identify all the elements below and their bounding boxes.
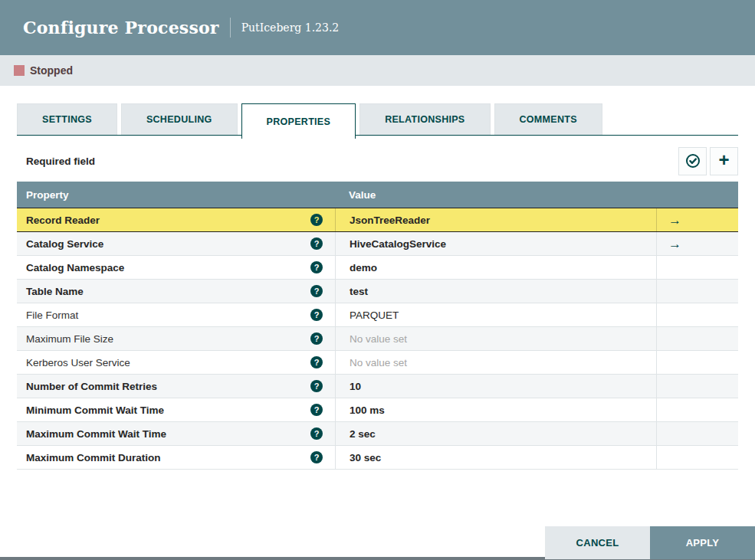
help-icon[interactable]: ?: [310, 404, 323, 416]
property-name: Record Reader: [26, 215, 310, 226]
footer-buttons: CANCEL APPLY: [545, 526, 755, 559]
properties-table: Property Value Record Reader?JsonTreeRea…: [17, 182, 738, 470]
cancel-button[interactable]: CANCEL: [545, 526, 650, 559]
table-row[interactable]: Maximum Commit Duration?30 sec: [17, 446, 738, 470]
property-value[interactable]: test: [350, 286, 368, 297]
property-name: Catalog Namespace: [26, 262, 310, 273]
help-icon[interactable]: ?: [310, 214, 323, 226]
help-icon[interactable]: ?: [310, 451, 323, 463]
property-name: Maximum File Size: [26, 333, 310, 345]
property-value[interactable]: JsonTreeReader: [350, 215, 430, 226]
property-name: Catalog Service: [26, 238, 310, 250]
property-name: File Format: [26, 309, 310, 321]
property-value[interactable]: 100 ms: [350, 404, 385, 416]
help-icon[interactable]: ?: [310, 427, 323, 440]
table-row[interactable]: Maximum Commit Wait Time?2 sec: [17, 422, 738, 446]
plus-icon: +: [718, 151, 729, 169]
property-name: Minimum Commit Wait Time: [26, 404, 310, 416]
status-label: Stopped: [30, 64, 73, 77]
properties-toolbar: Required field +: [17, 146, 738, 175]
dialog-title: Configure Processor: [23, 18, 219, 38]
table-header-row: Property Value: [17, 182, 738, 208]
help-icon[interactable]: ?: [310, 332, 323, 345]
table-row[interactable]: Kerberos User Service?No value set: [17, 351, 738, 375]
property-value[interactable]: 10: [350, 381, 361, 392]
property-value-unset[interactable]: No value set: [350, 333, 407, 345]
table-row[interactable]: File Format?PARQUET: [17, 303, 738, 327]
help-icon[interactable]: ?: [310, 285, 323, 297]
add-property-button[interactable]: +: [710, 147, 738, 175]
table-row[interactable]: Catalog Namespace?demo: [17, 256, 738, 280]
property-name: Maximum Commit Wait Time: [26, 428, 310, 440]
table-row[interactable]: Table Name?test: [17, 280, 738, 303]
status-bar: Stopped: [0, 55, 755, 86]
help-icon[interactable]: ?: [310, 261, 323, 273]
value-column-header: Value: [335, 189, 656, 201]
property-name: Table Name: [26, 286, 310, 297]
dialog-header: Configure Processor PutIceberg 1.23.2: [0, 0, 755, 55]
property-name: Number of Commit Retries: [26, 381, 310, 392]
table-row[interactable]: Number of Commit Retries?10: [17, 375, 738, 398]
verify-properties-button[interactable]: [678, 147, 707, 175]
table-row[interactable]: Minimum Commit Wait Time?100 ms: [17, 398, 738, 422]
go-to-service-icon[interactable]: →: [668, 237, 681, 251]
help-icon[interactable]: ?: [310, 237, 323, 250]
tab-relationships[interactable]: RELATIONSHIPS: [359, 103, 490, 135]
help-icon[interactable]: ?: [310, 380, 323, 392]
apply-button[interactable]: APPLY: [650, 526, 755, 559]
go-to-service-icon[interactable]: →: [668, 214, 681, 227]
property-value[interactable]: 30 sec: [350, 452, 381, 463]
processor-name-version: PutIceberg 1.23.2: [241, 21, 340, 34]
tab-comments[interactable]: COMMENTS: [494, 103, 602, 135]
property-name: Maximum Commit Duration: [26, 452, 310, 463]
verify-properties-icon: [685, 153, 701, 169]
title-separator: [230, 18, 231, 38]
tab-properties[interactable]: PROPERTIES: [241, 103, 356, 139]
required-field-label: Required field: [26, 156, 95, 167]
tab-scheduling[interactable]: SCHEDULING: [121, 103, 238, 135]
table-row[interactable]: Record Reader?JsonTreeReader→: [17, 208, 738, 232]
property-value[interactable]: 2 sec: [350, 428, 376, 440]
table-row[interactable]: Catalog Service?HiveCatalogService→: [17, 232, 738, 256]
property-value[interactable]: HiveCatalogService: [350, 238, 446, 250]
property-name: Kerberos User Service: [26, 357, 310, 368]
property-value-unset[interactable]: No value set: [350, 357, 407, 368]
table-row[interactable]: Maximum File Size?No value set: [17, 327, 738, 351]
tab-settings[interactable]: SETTINGS: [17, 103, 117, 135]
stopped-status-icon: [14, 65, 25, 76]
help-icon[interactable]: ?: [310, 309, 323, 321]
property-value[interactable]: demo: [350, 262, 377, 273]
property-column-header: Property: [17, 189, 335, 201]
property-value[interactable]: PARQUET: [350, 309, 399, 321]
tab-bar: SETTINGSSCHEDULINGPROPERTIESRELATIONSHIP…: [17, 103, 738, 139]
help-icon[interactable]: ?: [310, 356, 323, 368]
